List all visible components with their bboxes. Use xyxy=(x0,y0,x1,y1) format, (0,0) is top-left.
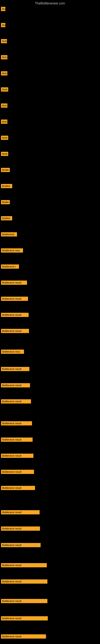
bottleneck-label: Bottleneck resu xyxy=(1,350,24,354)
site-title: TheBottlenecker.com xyxy=(0,0,100,7)
list-item: Bottleneck result xyxy=(1,598,48,605)
bottleneck-label: Bottleneck result xyxy=(1,543,41,547)
bottleneck-label: Bottleneck result xyxy=(1,383,30,388)
bottleneck-label: Bottleneck result xyxy=(1,313,29,317)
list-item: Bott xyxy=(1,38,7,45)
list-item: Bottlen xyxy=(1,215,12,222)
list-item: Bottl xyxy=(1,151,8,158)
bottleneck-label: Bottle xyxy=(1,168,10,172)
bottleneck-label: Bottleneck r xyxy=(1,264,19,269)
list-item: Bottleneck result xyxy=(1,437,33,443)
list-item: Bottleneck result xyxy=(1,509,40,516)
bottleneck-label: Bottleneck xyxy=(1,232,17,236)
list-item: Bottleneck result xyxy=(1,312,29,318)
list-item: Bottleneck result xyxy=(1,469,34,476)
bottleneck-label: Bott xyxy=(1,104,7,108)
list-item: Bottleneck result xyxy=(1,634,46,640)
list-item: Bo xyxy=(1,6,5,13)
bottleneck-label: Bottleneck result xyxy=(1,438,33,442)
bottleneck-label: Bottleneck result xyxy=(1,599,48,603)
bottleneck-label: Bott xyxy=(1,120,7,124)
bottleneck-label: Bottleneck result xyxy=(1,421,32,426)
bottleneck-label: Bottl xyxy=(1,87,8,92)
list-item: Bottleneck resu xyxy=(1,248,23,254)
bottleneck-label: Bo xyxy=(1,23,5,27)
bottleneck-label: Bottleneck result xyxy=(1,634,46,638)
bottleneck-label: Bottl xyxy=(1,136,8,140)
list-item: Bottleneck xyxy=(1,232,17,238)
list-item: Bo xyxy=(1,22,5,29)
list-item: Bott xyxy=(1,103,7,109)
bottleneck-label: Bottlen xyxy=(1,216,12,220)
list-item: Bottle xyxy=(1,199,10,206)
bottleneck-label: Bottleneck resu xyxy=(1,248,23,252)
list-item: Bottleneck result xyxy=(1,296,28,302)
list-item: Bottleneck resu xyxy=(1,349,24,356)
list-item: Bottle xyxy=(1,167,10,174)
bottleneck-label: Bottleneck result xyxy=(1,510,40,514)
bottleneck-label: Bottleneck result xyxy=(1,280,27,285)
bottleneck-label: Bottleneck result xyxy=(1,563,47,567)
list-item: Bottleneck result xyxy=(1,280,27,286)
list-item: Bottlen xyxy=(1,183,12,190)
bottleneck-label: Bottleneck result xyxy=(1,454,33,458)
list-item: Bott xyxy=(1,119,7,126)
list-item: Bottleneck result xyxy=(1,542,41,549)
list-item: Bottl xyxy=(1,135,8,142)
bottleneck-label: Bottleneck result xyxy=(1,486,35,490)
list-item: Bottleneck result xyxy=(1,420,32,427)
bottleneck-label: Bottleneck result xyxy=(1,399,31,404)
bottleneck-label: Bottleneck result xyxy=(1,526,40,531)
list-item: Bottleneck result xyxy=(1,398,31,405)
bottleneck-label: Bottleneck result xyxy=(1,616,48,620)
bottleneck-label: Bottleneck result xyxy=(1,580,48,584)
bottleneck-label: Bottleneck result xyxy=(1,297,28,301)
list-item: Bottleneck result xyxy=(1,328,29,335)
bottleneck-label: Bott xyxy=(1,39,7,43)
list-item: Bottleneck result xyxy=(1,382,30,389)
list-item: Bottleneck result xyxy=(1,562,47,569)
list-item: Bottleneck result xyxy=(1,453,33,460)
list-item: Bott xyxy=(1,70,7,77)
list-item: Bottleneck result xyxy=(1,616,48,622)
bottleneck-label: Bottl xyxy=(1,152,8,156)
bottleneck-label: Bo xyxy=(1,7,5,11)
bottleneck-label: Bott xyxy=(1,71,7,76)
bottleneck-label: Bottle xyxy=(1,200,10,204)
bottleneck-label: Bottleneck result xyxy=(1,367,29,371)
list-item: Bottleneck result xyxy=(1,366,29,373)
bottleneck-label: Bottleneck result xyxy=(1,329,29,333)
list-item: Bottleneck result xyxy=(1,578,48,585)
list-item: Bottl xyxy=(1,86,8,93)
list-item: Bottleneck result xyxy=(1,485,35,492)
list-item: Bottleneck r xyxy=(1,264,19,270)
list-item: Bott xyxy=(1,54,7,61)
bottleneck-label: Bottlen xyxy=(1,184,12,188)
bottleneck-label: Bott xyxy=(1,55,7,59)
list-item: Bottleneck result xyxy=(1,526,40,532)
bottleneck-label: Bottleneck result xyxy=(1,470,34,474)
